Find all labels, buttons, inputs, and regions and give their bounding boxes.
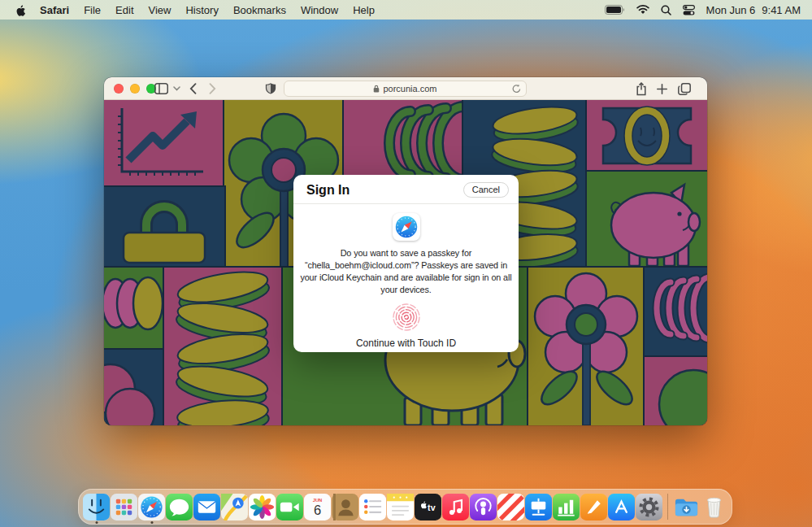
tile-small-coil-illustration (645, 268, 707, 357)
dock-calendar-icon[interactable]: JUN6 (304, 489, 331, 525)
sidebar-chevron-down-icon[interactable] (173, 77, 180, 100)
dock-news-icon[interactable] (497, 489, 524, 525)
dock-numbers-icon[interactable] (553, 489, 580, 525)
battery-icon[interactable] (605, 5, 625, 15)
dialog-body-text: Do you want to save a passkey for “chell… (300, 247, 513, 296)
dock-mail-icon[interactable] (193, 489, 220, 525)
dock-facetime-icon[interactable] (276, 489, 303, 525)
tile-coin-coil-illustration (344, 100, 463, 187)
menu-items: SafariFileEditViewHistoryBookmarksWindow… (40, 4, 375, 16)
sidebar-toggle-icon[interactable] (154, 77, 168, 100)
menu-item-view[interactable]: View (149, 4, 172, 16)
search-icon[interactable] (661, 5, 671, 15)
dock-appstore-icon[interactable] (608, 489, 635, 525)
tile-blob-illustration (104, 350, 164, 425)
menu-item-edit[interactable]: Edit (115, 4, 133, 16)
menu-item-safari[interactable]: Safari (40, 4, 69, 16)
menu-date[interactable]: Mon Jun 6 (706, 4, 756, 16)
tile-padlock-illustration (104, 187, 224, 268)
dock-tv-icon[interactable]: tv (415, 489, 441, 525)
dock-launchpad-icon[interactable] (111, 489, 137, 525)
dock-finder-icon[interactable] (83, 489, 110, 525)
dock-safari-icon[interactable] (138, 489, 165, 525)
tile-pink-pig-illustration (587, 172, 707, 268)
svg-text:6: 6 (314, 503, 321, 517)
minimize-window-button[interactable] (130, 84, 140, 94)
dock-maps-icon[interactable] (221, 489, 248, 525)
dock-trash-icon[interactable] (701, 489, 727, 525)
dock-pages-icon[interactable] (580, 489, 607, 525)
tile-side-coins-illustration (104, 268, 164, 350)
forward-button[interactable] (209, 77, 216, 100)
touch-id-fingerprint-icon (391, 302, 422, 336)
passkey-dialog: Sign In Cancel Do you want to save a pas… (293, 175, 519, 352)
dialog-title: Sign In (306, 183, 350, 198)
running-indicator (150, 521, 153, 524)
dialog-divider (293, 203, 519, 204)
reload-icon[interactable] (512, 84, 521, 95)
continue-touch-id-label: Continue with Touch ID (293, 338, 519, 349)
tile-money-bill-illustration (587, 100, 707, 172)
menu-bar: SafariFileEditViewHistoryBookmarksWindow… (0, 0, 812, 20)
apple-menu-icon[interactable] (15, 4, 25, 16)
dock-reminders-icon[interactable] (359, 489, 386, 525)
menu-item-history[interactable]: History (185, 4, 218, 16)
menu-item-file[interactable]: File (84, 4, 101, 16)
tile-green-circle-illustration (645, 357, 707, 425)
dock: JUN6tv (78, 489, 732, 525)
tile-chart-illustration (104, 100, 224, 187)
share-icon[interactable] (636, 77, 647, 100)
tile-tumbling-coins-illustration (164, 268, 283, 425)
svg-text:tv: tv (428, 502, 436, 512)
dock-photos-icon[interactable] (249, 489, 276, 525)
dock-divider (667, 494, 668, 520)
desktop: SafariFileEditViewHistoryBookmarksWindow… (0, 0, 812, 527)
safari-app-icon (393, 213, 420, 241)
cancel-button[interactable]: Cancel (463, 182, 509, 198)
tile-pink-flower-illustration (528, 268, 645, 425)
running-indicator (95, 521, 98, 524)
dock-messages-icon[interactable] (166, 489, 193, 525)
new-tab-icon[interactable] (657, 77, 667, 100)
address-bar[interactable]: porcunia.com (284, 81, 527, 97)
menu-time[interactable]: 9:41 AM (762, 4, 801, 16)
menu-item-window[interactable]: Window (301, 4, 338, 16)
menu-item-help[interactable]: Help (353, 4, 375, 16)
dock-contacts-icon[interactable] (332, 489, 358, 525)
dock-keynote-icon[interactable] (525, 489, 552, 525)
menu-item-bookmarks[interactable]: Bookmarks (233, 4, 286, 16)
close-window-button[interactable] (114, 84, 124, 94)
privacy-shield-icon[interactable] (265, 77, 276, 100)
back-button[interactable] (189, 77, 197, 100)
dock-downloads-icon[interactable] (673, 489, 700, 525)
lock-icon (373, 85, 380, 93)
wifi-icon[interactable] (636, 5, 649, 15)
url-text: porcunia.com (383, 84, 436, 94)
tab-overview-icon[interactable] (678, 77, 691, 100)
safari-toolbar: porcunia.com (104, 77, 707, 100)
dock-podcasts-icon[interactable] (470, 489, 497, 525)
dock-settings-icon[interactable] (636, 489, 662, 525)
control-center-icon[interactable] (683, 5, 695, 15)
dock-notes-icon[interactable] (387, 489, 414, 525)
dock-music-icon[interactable] (442, 489, 469, 525)
